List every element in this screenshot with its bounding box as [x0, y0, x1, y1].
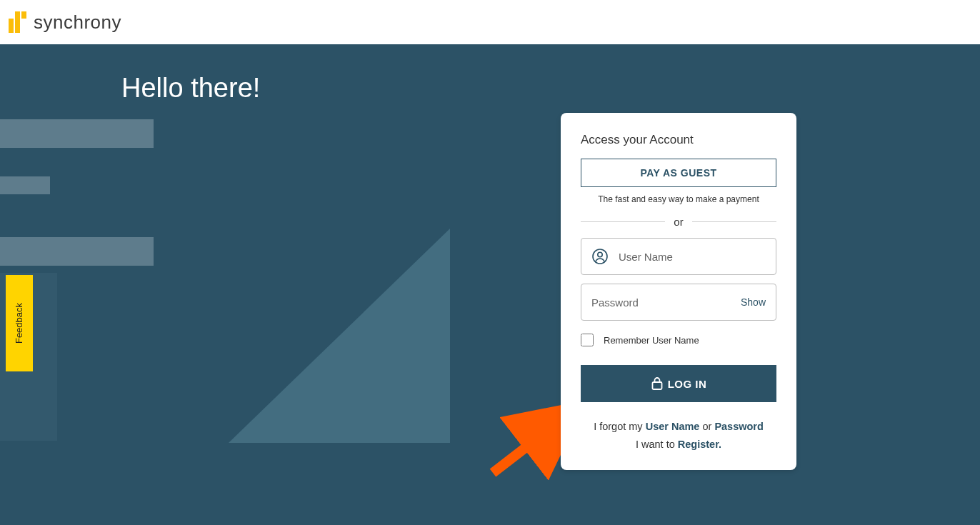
- feedback-tab[interactable]: Feedback: [6, 275, 33, 371]
- or-text: or: [674, 216, 683, 228]
- user-icon: [591, 248, 609, 265]
- svg-line-1: [493, 412, 571, 473]
- remember-row: Remember User Name: [581, 334, 776, 346]
- password-field-wrapper: Show: [581, 284, 776, 321]
- svg-rect-4: [652, 382, 661, 389]
- login-card: Access your Account PAY AS GUEST The fas…: [561, 113, 796, 470]
- login-button[interactable]: LOG IN: [581, 365, 776, 402]
- card-title: Access your Account: [581, 133, 776, 147]
- or-divider: or: [581, 216, 776, 228]
- forgot-or: or: [699, 421, 714, 432]
- brand-name: synchrony: [34, 11, 121, 34]
- forgot-password-link[interactable]: Password: [714, 421, 764, 432]
- brand-logo-icon: [9, 11, 26, 33]
- decorative-block: [0, 237, 154, 266]
- username-field-wrapper: [581, 238, 776, 275]
- decorative-triangle: [229, 229, 450, 443]
- username-input[interactable]: [619, 251, 766, 263]
- register-prefix: I want to: [636, 439, 678, 450]
- password-input[interactable]: [591, 296, 741, 309]
- register-link[interactable]: Register.: [678, 439, 721, 450]
- remember-label: Remember User Name: [604, 335, 699, 346]
- feedback-label: Feedback: [14, 303, 25, 344]
- lock-icon: [651, 376, 664, 391]
- svg-point-3: [598, 252, 602, 256]
- help-links: I forgot my User Name or Password I want…: [581, 418, 776, 453]
- decorative-block: [0, 176, 50, 194]
- login-button-label: LOG IN: [668, 378, 707, 390]
- forgot-prefix: I forgot my: [594, 421, 646, 432]
- pay-as-guest-button[interactable]: PAY AS GUEST: [581, 159, 776, 187]
- remember-checkbox[interactable]: [581, 334, 594, 346]
- show-password-button[interactable]: Show: [741, 296, 766, 308]
- greeting-text: Hello there!: [121, 73, 260, 104]
- decorative-block: [0, 119, 154, 148]
- forgot-username-link[interactable]: User Name: [646, 421, 700, 432]
- hero-section: Hello there! Feedback Access your Accoun…: [0, 44, 980, 525]
- brand-logo: synchrony: [9, 11, 121, 34]
- guest-subtext: The fast and easy way to make a payment: [581, 194, 776, 204]
- header: synchrony: [0, 0, 980, 44]
